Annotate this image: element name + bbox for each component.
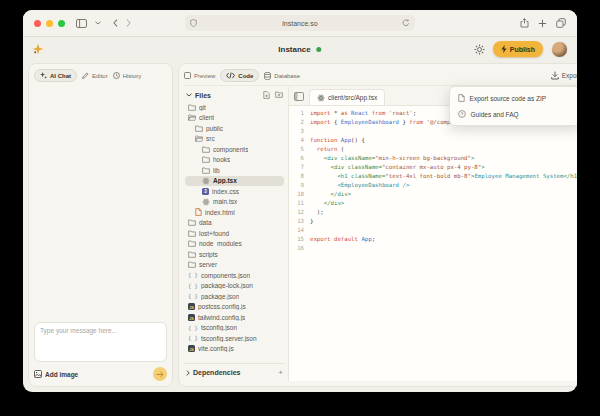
html-icon — [195, 208, 202, 216]
file-name: scripts — [199, 251, 218, 258]
file-name: tsconfig.json — [201, 324, 237, 331]
code-area[interactable]: 1import * as React from 'react';2import … — [289, 106, 577, 381]
avatar[interactable] — [551, 41, 568, 58]
line-number: 13 — [289, 217, 310, 226]
file-tree-item-index.css[interactable]: 3index.css — [185, 186, 284, 197]
back-icon[interactable] — [113, 19, 118, 27]
file-tree-item-scripts[interactable]: scripts — [185, 249, 284, 260]
sidebar-icon[interactable] — [76, 19, 87, 28]
code-line[interactable]: 3 — [289, 127, 577, 136]
code-text: <h1 className="text-4xl font-bold mb-8">… — [310, 172, 577, 181]
code-text: ); — [310, 208, 324, 217]
tab-history[interactable]: History — [113, 72, 142, 79]
file-tree-item-package-lock.json[interactable]: { }package-lock.json — [185, 281, 284, 292]
file-name: tsconfig.server.json — [201, 335, 257, 342]
file-tree-item-postcss.config.js[interactable]: JSpostcss.config.js — [185, 302, 284, 313]
file-name: lost+found — [199, 230, 229, 237]
file-tree-item-main.tsx[interactable]: main.tsx — [185, 197, 284, 208]
file-tree-item-server[interactable]: server — [185, 260, 284, 271]
file-tree-item-hooks[interactable]: hooks — [185, 155, 284, 166]
code-line[interactable]: 8 <h1 className="text-4xl font-bold mb-8… — [289, 172, 577, 181]
file-name: git — [199, 104, 206, 111]
file-name: src — [206, 135, 215, 142]
browser-window: instance.so — [23, 10, 577, 392]
tabs-icon[interactable] — [556, 18, 566, 28]
tab-database[interactable]: Database — [264, 72, 300, 80]
file-tree-item-tailwind.config.js[interactable]: JStailwind.config.js — [185, 312, 284, 323]
code-line[interactable]: 13} — [289, 217, 577, 226]
add-image-button[interactable]: Add image — [34, 370, 78, 378]
code-line[interactable]: 6 <div className="min-h-screen bg-backgr… — [289, 154, 577, 163]
file-tree-item-components[interactable]: components — [185, 144, 284, 155]
new-file-icon[interactable] — [263, 91, 270, 99]
minimize-window-button[interactable] — [46, 20, 53, 27]
file-tree-item-index.html[interactable]: index.html — [185, 207, 284, 218]
app-logo-icon[interactable] — [32, 43, 44, 55]
file-tree-item-App.tsx[interactable]: App.tsx — [185, 176, 284, 187]
panel-toggle-icon[interactable] — [294, 92, 304, 101]
line-number: 3 — [289, 127, 310, 136]
file-tree-item-tsconfig.server.json[interactable]: { }tsconfig.server.json — [185, 333, 284, 344]
tab-code[interactable]: Code — [220, 69, 259, 82]
json-icon: { } — [188, 325, 198, 331]
files-header[interactable]: Files — [184, 87, 285, 102]
code-line[interactable]: 11 </div> — [289, 199, 577, 208]
code-text: function App() { — [310, 136, 365, 145]
add-dependency-button[interactable]: + — [278, 370, 283, 376]
forward-icon[interactable] — [126, 19, 131, 27]
file-tree-item-lost+found[interactable]: lost+found — [185, 228, 284, 239]
file-tree-item-git[interactable]: git — [185, 102, 284, 113]
new-tab-icon[interactable] — [538, 19, 547, 28]
url-bar[interactable]: instance.so — [185, 15, 415, 31]
menu-item-export-zip[interactable]: Export source code as ZIP — [450, 90, 577, 106]
file-name: data — [199, 219, 212, 226]
close-window-button[interactable] — [34, 20, 41, 27]
code-line[interactable]: 4function App() { — [289, 136, 577, 145]
code-line[interactable]: 9 <EmployeeDashboard /> — [289, 181, 577, 190]
tab-ai-chat[interactable]: AI Chat — [34, 69, 77, 82]
chevron-down-icon[interactable] — [95, 21, 101, 25]
zoom-window-button[interactable] — [58, 20, 65, 27]
code-line[interactable]: 10 </div> — [289, 190, 577, 199]
file-name: vite.config.js — [198, 345, 234, 352]
file-tree-item-client[interactable]: client — [185, 113, 284, 124]
menu-item-guides-faq[interactable]: Guides and FAQ — [450, 106, 577, 122]
file-tree-item-data[interactable]: data — [185, 218, 284, 229]
code-line[interactable]: 16 — [289, 244, 577, 253]
chat-panel: AI Chat Editor History — [28, 63, 173, 387]
publish-button[interactable]: Publish — [493, 41, 543, 57]
file-tree-item-node_modules[interactable]: node_modules — [185, 239, 284, 250]
file-tree-item-components.json[interactable]: { }components.json — [185, 270, 284, 281]
file-tree-item-tsconfig.json[interactable]: { }tsconfig.json — [185, 323, 284, 334]
tab-editor[interactable]: Editor — [82, 72, 108, 79]
code-line[interactable]: 14 — [289, 226, 577, 235]
folder-open-icon — [188, 114, 196, 121]
code-line[interactable]: 7 <div className="container mx-auto px-4… — [289, 163, 577, 172]
app-header: Instance Publish — [23, 37, 577, 61]
file-name: hooks — [213, 156, 230, 163]
share-icon[interactable] — [520, 18, 529, 28]
chat-input[interactable] — [34, 322, 167, 362]
gear-icon[interactable] — [474, 44, 485, 55]
folder-icon — [188, 251, 196, 258]
code-line[interactable]: 12 ); — [289, 208, 577, 217]
files-header-label: Files — [195, 92, 211, 99]
tab-preview[interactable]: Preview — [184, 72, 215, 79]
send-button[interactable] — [153, 367, 167, 381]
editor-tab-apptsx[interactable]: client/src/App.tsx — [309, 89, 385, 105]
file-tree-item-package.json[interactable]: { }package.json — [185, 291, 284, 302]
project-title: Instance — [278, 45, 321, 54]
new-folder-icon[interactable] — [275, 91, 283, 99]
code-line[interactable]: 15export default App; — [289, 235, 577, 244]
file-name: package-lock.json — [201, 282, 253, 289]
export-button[interactable]: Export — [551, 71, 577, 80]
file-name: public — [206, 125, 223, 132]
file-tree-item-lib[interactable]: lib — [185, 165, 284, 176]
file-tree-item-vite.config.js[interactable]: JSvite.config.js — [185, 344, 284, 355]
code-line[interactable]: 5 return ( — [289, 145, 577, 154]
file-tree-item-public[interactable]: public — [185, 123, 284, 134]
dependencies-section[interactable]: Dependencies + — [184, 363, 285, 381]
reload-icon[interactable] — [402, 19, 410, 27]
file-tree-item-src[interactable]: src — [185, 134, 284, 145]
url-text: instance.so — [282, 20, 317, 27]
